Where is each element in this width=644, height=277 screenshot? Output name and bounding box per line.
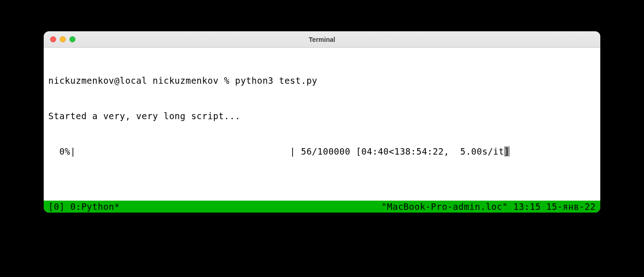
tmux-hostname: "MacBook-Pro-admin.loc" [381, 202, 508, 212]
progress-counter: 56/100000 [301, 146, 350, 156]
command-text: python3 test.py [235, 75, 317, 86]
terminal-output[interactable]: nickuzmenkov@local nickuzmenkov % python… [44, 48, 600, 201]
cursor-icon: ] [504, 146, 510, 156]
tmux-status-bar[interactable]: [0] 0:Python* "MacBook-Pro-admin.loc" 13… [44, 201, 600, 213]
prompt-line: nickuzmenkov@local nickuzmenkov % python… [48, 75, 596, 87]
shell-prompt: nickuzmenkov@local nickuzmenkov % [48, 75, 235, 86]
close-icon[interactable] [50, 36, 56, 42]
tmux-time: 13:15 [513, 202, 541, 212]
fullscreen-icon[interactable] [69, 36, 75, 42]
progress-bar-right: | [290, 146, 301, 156]
tmux-window-list[interactable]: [0] 0:Python* [48, 202, 120, 212]
terminal-window: Terminal nickuzmenkov@local nickuzmenkov… [44, 31, 600, 213]
traffic-lights [50, 36, 75, 42]
tmux-status-right: "MacBook-Pro-admin.loc" 13:15 15-янв-22 [381, 202, 596, 212]
minimize-icon[interactable] [60, 36, 66, 42]
progress-bar-left: | [70, 146, 76, 156]
progress-line: 0%| | 56/100000 [04:40<138:54:22, 5.00s/… [48, 146, 596, 158]
titlebar[interactable]: Terminal [44, 31, 600, 48]
output-line: Started a very, very long script... [48, 110, 596, 122]
progress-bar-fill [76, 146, 290, 156]
progress-percent: 0% [48, 146, 70, 156]
window-title: Terminal [44, 36, 600, 43]
progress-timing: [04:40<138:54:22, 5.00s/it [351, 146, 504, 156]
tmux-date: 15-янв-22 [546, 202, 596, 212]
